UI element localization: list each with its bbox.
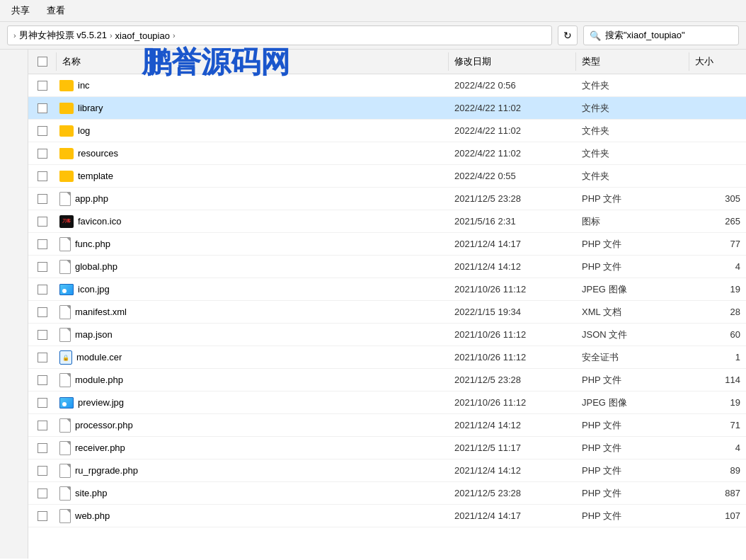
row-checkbox[interactable]: [28, 103, 57, 113]
menu-share[interactable]: 共享: [8, 3, 33, 18]
file-icon: [59, 328, 71, 342]
row-checkbox[interactable]: [28, 353, 57, 362]
table-row[interactable]: preview.jpg2021/10/26 11:12JPEG 图像19: [28, 392, 746, 414]
file-name-text: processor.php: [75, 420, 133, 430]
checkbox-box[interactable]: [38, 239, 47, 249]
table-row[interactable]: site.php2021/12/5 23:28PHP 文件887: [28, 482, 746, 505]
table-row[interactable]: module.php2021/12/5 23:28PHP 文件114: [28, 369, 746, 392]
table-row[interactable]: func.php2021/12/4 14:17PHP 文件77: [28, 233, 746, 256]
checkbox-box[interactable]: [38, 398, 47, 408]
header-type[interactable]: 类型: [576, 52, 689, 71]
row-checkbox[interactable]: [28, 239, 57, 249]
search-icon: 🔍: [590, 30, 601, 41]
file-icon: [59, 305, 71, 319]
file-icon: [59, 464, 71, 478]
breadcrumb-arrow-right: ›: [173, 31, 176, 40]
select-all-checkbox[interactable]: [38, 57, 47, 67]
file-name-text: inc: [78, 80, 90, 91]
table-row[interactable]: resources2022/4/22 11:02文件夹: [28, 142, 746, 165]
row-checkbox[interactable]: [28, 466, 57, 476]
row-checkbox[interactable]: [28, 194, 57, 204]
checkbox-box[interactable]: [38, 262, 47, 272]
table-row[interactable]: map.json2021/10/26 11:12JSON 文件60: [28, 324, 746, 346]
refresh-button[interactable]: ↻: [558, 25, 578, 45]
header-size[interactable]: 大小: [689, 52, 746, 71]
row-name: preview.jpg: [57, 397, 449, 408]
table-row[interactable]: module.cer2021/10/26 11:12安全证书1: [28, 346, 746, 369]
checkbox-box[interactable]: [38, 375, 47, 385]
row-checkbox[interactable]: [28, 217, 57, 227]
breadcrumb-item-current[interactable]: xiaof_toupiao: [115, 30, 170, 41]
table-row[interactable]: processor.php2021/12/4 14:12PHP 文件71: [28, 414, 746, 437]
row-checkbox[interactable]: [28, 285, 57, 295]
cert-icon: [59, 350, 72, 365]
checkbox-box[interactable]: [38, 466, 47, 476]
breadcrumb-path[interactable]: › 男神女神投票 v5.5.21 › xiaof_toupiao ›: [7, 25, 552, 45]
checkbox-box[interactable]: [38, 194, 47, 204]
table-row[interactable]: web.php2021/12/4 14:17PHP 文件107: [28, 505, 746, 527]
file-icon: [59, 486, 71, 501]
file-name-text: library: [78, 103, 103, 113]
header-name[interactable]: 名称: [57, 52, 449, 71]
row-size: 265: [689, 216, 746, 227]
checkbox-box[interactable]: [38, 171, 47, 181]
row-checkbox[interactable]: [28, 511, 57, 521]
table-row[interactable]: receiver.php2021/12/5 11:17PHP 文件4: [28, 437, 746, 459]
header-modified[interactable]: 修改日期: [449, 52, 576, 71]
table-row[interactable]: inc2022/4/22 0:56文件夹: [28, 74, 746, 97]
row-checkbox[interactable]: [28, 421, 57, 430]
row-checkbox[interactable]: [28, 81, 57, 91]
checkbox-box[interactable]: [38, 330, 47, 340]
row-size: 19: [689, 284, 746, 295]
row-name: 刀客favicon.ico: [57, 215, 449, 228]
breadcrumb-item-root[interactable]: 男神女神投票 v5.5.21: [19, 29, 107, 42]
checkbox-box[interactable]: [38, 488, 47, 498]
checkbox-box[interactable]: [38, 285, 47, 295]
table-row[interactable]: icon.jpg2021/10/26 11:12JPEG 图像19: [28, 278, 746, 301]
checkbox-box[interactable]: [38, 81, 47, 91]
checkbox-box[interactable]: [38, 217, 47, 227]
table-row[interactable]: ru_rpgrade.php2021/12/4 14:12PHP 文件89: [28, 459, 746, 482]
row-date: 2022/4/22 11:02: [449, 125, 576, 136]
table-row[interactable]: log2022/4/22 11:02文件夹: [28, 120, 746, 142]
search-bar[interactable]: 🔍 搜索"xiaof_toupiao": [583, 25, 739, 45]
checkbox-box[interactable]: [38, 103, 47, 113]
row-type: PHP 文件: [576, 510, 689, 522]
header-checkbox[interactable]: [28, 52, 57, 71]
row-checkbox[interactable]: [28, 262, 57, 272]
row-checkbox[interactable]: [28, 398, 57, 408]
checkbox-box[interactable]: [38, 307, 47, 317]
checkbox-box[interactable]: [38, 353, 47, 362]
row-name: func.php: [57, 237, 449, 251]
menu-view[interactable]: 查看: [44, 3, 68, 18]
table-row[interactable]: template2022/4/22 0:55文件夹: [28, 165, 746, 188]
row-checkbox[interactable]: [28, 443, 57, 453]
table-row[interactable]: manifest.xml2022/1/15 19:34XML 文档28: [28, 301, 746, 324]
row-name: manifest.xml: [57, 305, 449, 319]
row-checkbox[interactable]: [28, 375, 57, 385]
checkbox-box[interactable]: [38, 443, 47, 453]
row-checkbox[interactable]: [28, 171, 57, 181]
checkbox-box[interactable]: [38, 511, 47, 521]
checkbox-box[interactable]: [38, 149, 47, 159]
row-checkbox[interactable]: [28, 307, 57, 317]
row-type: 文件夹: [576, 79, 689, 92]
table-row[interactable]: 刀客favicon.ico2021/5/16 2:31图标265: [28, 210, 746, 233]
row-checkbox[interactable]: [28, 330, 57, 340]
row-type: PHP 文件: [576, 419, 689, 432]
row-type: PHP 文件: [576, 261, 689, 273]
row-type: 文件夹: [576, 147, 689, 160]
row-checkbox[interactable]: [28, 149, 57, 159]
checkbox-box[interactable]: [38, 126, 47, 136]
row-name: site.php: [57, 486, 449, 501]
row-size: 107: [689, 510, 746, 521]
table-row[interactable]: library2022/4/22 11:02文件夹: [28, 97, 746, 120]
table-row[interactable]: global.php2021/12/4 14:12PHP 文件4: [28, 256, 746, 278]
row-date: 2022/4/22 11:02: [449, 103, 576, 113]
row-checkbox[interactable]: [28, 126, 57, 136]
row-checkbox[interactable]: [28, 488, 57, 498]
table-row[interactable]: app.php2021/12/5 23:28PHP 文件305: [28, 188, 746, 210]
row-name: inc: [57, 80, 449, 91]
checkbox-box[interactable]: [38, 421, 47, 430]
row-name: global.php: [57, 260, 449, 274]
